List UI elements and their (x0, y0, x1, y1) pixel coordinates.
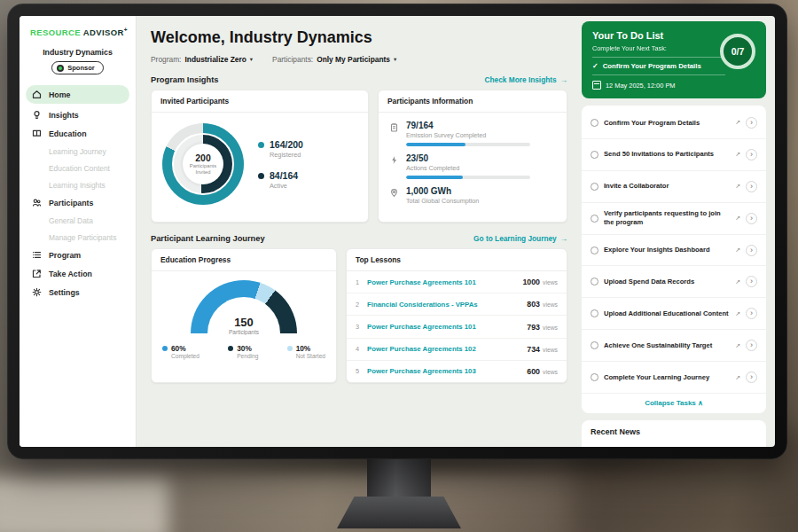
sponsor-badge: Sponsor (51, 61, 103, 74)
lesson-row[interactable]: 2 Financial Considerations - VPPAs 803vi… (347, 293, 567, 316)
todo-progress-ring: 0/7 (720, 34, 755, 69)
education-legend: 60% Completed 30% Pending 10% Not Starte… (160, 344, 327, 359)
sidebar-item-education-content[interactable]: Education Content (20, 160, 136, 176)
clipboard-icon (389, 122, 399, 132)
filter-bar: Program: Industrialize Zero ▾ Participan… (151, 55, 567, 64)
lesson-row[interactable]: 5 Power Purchase Agreements 103 600views (347, 361, 567, 382)
sidebar-item-program[interactable]: Program (20, 246, 136, 264)
checkbox-icon[interactable] (591, 151, 598, 159)
chevron-up-icon: ∧ (698, 399, 703, 407)
invited-participants-card: Invited Participants 200 Participants In… (151, 90, 369, 223)
people-icon (32, 198, 42, 207)
go-to-learning-journey-link[interactable]: Go to Learning Journey → (473, 234, 567, 243)
monitor-stand-neck (367, 454, 431, 500)
bolt-icon (389, 155, 399, 165)
sidebar-item-home[interactable]: Home (26, 85, 129, 104)
external-link-icon: ↗ (735, 278, 740, 286)
todo-task[interactable]: Confirm Your Program Details ↗ › (582, 107, 766, 139)
org-name: Industry Dynamics (20, 48, 136, 57)
checkbox-icon[interactable] (591, 215, 598, 223)
chevron-right-icon[interactable]: › (746, 308, 757, 319)
todo-next-task[interactable]: ✓ Confirm Your Program Details (592, 57, 725, 75)
dashboard-screen: RESOURCE ADVISOR+ Industry Dynamics Spon… (20, 16, 775, 447)
todo-task[interactable]: Upload Spend Data Records ↗ › (582, 266, 766, 298)
program-filter-dropdown[interactable]: Program: Industrialize Zero ▾ (151, 55, 253, 64)
check-more-insights-link[interactable]: Check More Insights → (485, 75, 567, 84)
sidebar-item-manage-participants[interactable]: Manage Participants (20, 229, 136, 246)
todo-task[interactable]: Explore Your Insights Dashboard ↗ › (582, 235, 766, 267)
todo-task[interactable]: Achieve One Sustainability Target ↗ › (582, 330, 766, 362)
bulb-icon (32, 110, 42, 120)
todo-task[interactable]: Verify participants requesting to join t… (582, 203, 766, 235)
legend-item-registered: 164/200 Registered (258, 139, 303, 159)
legend-item-active: 84/164 Active (258, 170, 303, 190)
checkbox-icon[interactable] (591, 309, 598, 317)
card-title-pinfo: Participants Information (379, 90, 567, 113)
sidebar-item-settings[interactable]: Settings (20, 283, 136, 301)
recent-news-header[interactable]: Recent News (582, 420, 766, 447)
monitor-stand-base (337, 497, 461, 528)
background-desk-light (0, 476, 168, 532)
chevron-right-icon[interactable]: › (746, 149, 757, 160)
checkbox-icon[interactable] (591, 246, 598, 254)
sidebar-item-learning-journey[interactable]: Learning Journey (20, 143, 136, 160)
lesson-link[interactable]: Power Purchase Agreements 102 (367, 345, 476, 353)
logo-text-resource: RESOURCE (30, 27, 81, 37)
participants-filter-dropdown[interactable]: Participants: Only My Participants ▾ (272, 55, 396, 64)
todo-task[interactable]: Upload Additional Educational Content ↗ … (582, 298, 766, 330)
lesson-row[interactable]: 3 Power Purchase Agreements 101 793views (347, 316, 567, 338)
checkbox-icon[interactable] (591, 278, 598, 286)
checkbox-icon[interactable] (591, 341, 598, 349)
chevron-right-icon[interactable]: › (746, 117, 757, 129)
checkbox-icon[interactable] (591, 183, 598, 191)
section-title-program-insights: Program Insights (151, 75, 218, 84)
book-icon (32, 129, 42, 138)
todo-task[interactable]: Complete Your Learning Journey ↗ › (582, 362, 766, 394)
sidebar-item-insights[interactable]: Insights (20, 106, 136, 124)
lesson-link[interactable]: Power Purchase Agreements 101 (367, 323, 476, 331)
gauge-center: 150 Participants (191, 317, 297, 335)
external-link-icon: ↗ (735, 215, 740, 222)
checkbox-icon[interactable] (591, 119, 598, 127)
todo-task[interactable]: Send 50 Invitations to Participants ↗ › (582, 139, 766, 171)
external-link-icon: ↗ (735, 246, 740, 254)
legend-item-pending: 30% Pending (228, 344, 258, 359)
sidebar-item-learning-insights[interactable]: Learning Insights (20, 176, 136, 193)
invited-donut-chart: 200 Participants Invited (162, 123, 244, 205)
sidebar-item-general-data[interactable]: General Data (20, 212, 136, 229)
legend-item-completed: 60% Completed (162, 344, 200, 359)
pin-icon (389, 188, 399, 198)
participants-filter-label: Participants: (272, 55, 313, 64)
lesson-row[interactable]: 4 Power Purchase Agreements 102 734views (347, 339, 567, 361)
education-gauge-chart: 150 Participants (191, 280, 297, 335)
chevron-right-icon[interactable]: › (746, 372, 757, 383)
participants-information-card: Participants Information 79/164 Emission… (378, 90, 567, 223)
chevron-right-icon[interactable]: › (746, 245, 757, 256)
arrow-right-icon: → (560, 234, 567, 243)
external-link-icon: ↗ (735, 310, 740, 317)
lesson-row[interactable]: 1 Power Purchase Agreements 101 1000view… (347, 271, 567, 293)
sidebar-item-participants[interactable]: Participants (20, 193, 136, 212)
info-row-actions: 23/50 Actions Completed (389, 153, 556, 179)
external-link-icon: ↗ (735, 183, 740, 190)
sidebar-item-education[interactable]: Education (20, 124, 136, 143)
chevron-right-icon[interactable]: › (746, 276, 757, 287)
program-filter-value: Industrialize Zero (184, 55, 246, 64)
arrow-right-icon: → (560, 75, 567, 84)
sidebar: RESOURCE ADVISOR+ Industry Dynamics Spon… (20, 16, 137, 447)
external-link-icon: ↗ (735, 342, 740, 349)
lesson-link[interactable]: Power Purchase Agreements 101 (367, 278, 476, 286)
sidebar-item-take-action[interactable]: Take Action (20, 264, 136, 283)
todo-task[interactable]: Invite a Collaborator ↗ › (582, 171, 766, 203)
calendar-icon (592, 81, 601, 90)
chevron-right-icon[interactable]: › (746, 181, 757, 192)
collapse-tasks-link[interactable]: Collapse Tasks ∧ (582, 394, 766, 411)
lesson-link[interactable]: Power Purchase Agreements 103 (367, 367, 476, 375)
todo-summary-card: Your To Do List Complete Your Next Task:… (582, 21, 766, 98)
chevron-right-icon[interactable]: › (746, 340, 757, 351)
lesson-link[interactable]: Financial Considerations - VPPAs (367, 301, 478, 309)
chevron-down-icon: ▾ (250, 56, 253, 63)
info-row-consumption: 1,000 GWh Total Global Consumption (389, 186, 556, 205)
checkbox-icon[interactable] (591, 373, 598, 381)
chevron-right-icon[interactable]: › (746, 213, 757, 224)
